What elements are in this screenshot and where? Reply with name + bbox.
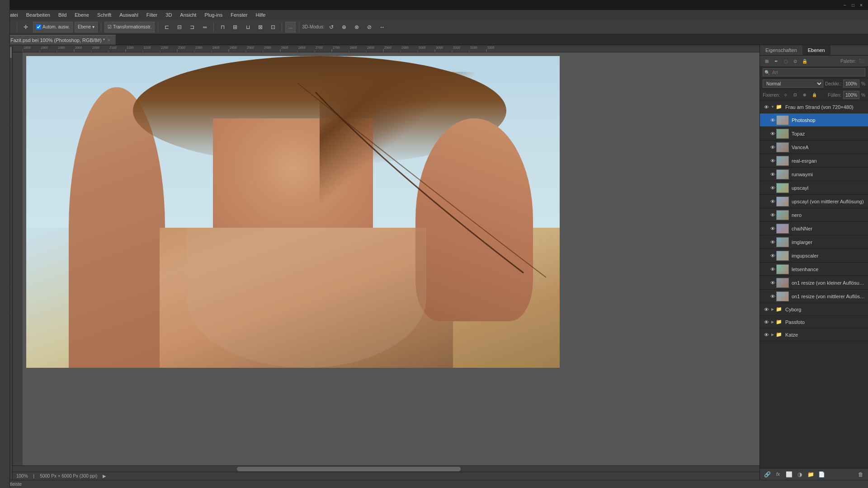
vis-imgupscaler[interactable]: 👁 — [769, 252, 776, 259]
vis-letsenhance[interactable]: 👁 — [769, 266, 776, 273]
layer-item-imgupscaler[interactable]: 👁 imgupscaler — [760, 249, 868, 263]
layer-group-passfoto[interactable]: 👁 ▶ 📁 Passfoto — [760, 316, 868, 328]
blend-mode-select[interactable]: Normal — [763, 80, 823, 88]
layer-search-input[interactable] — [763, 68, 865, 76]
layer-icon-1[interactable]: ⊞ — [763, 57, 771, 65]
layer-item-letsenhance[interactable]: 👁 letsenhance — [760, 263, 868, 276]
3d-zoom-icon[interactable]: ⊗ — [351, 22, 362, 33]
visibility-icon-frau[interactable]: 👁 — [763, 103, 770, 111]
layer-icon-2[interactable]: ✒ — [772, 57, 780, 65]
transform-btn[interactable]: ☑ Transformationsstr. — [104, 22, 155, 33]
vis-upscayl-mid[interactable]: 👁 — [769, 198, 776, 205]
adjustment-btn[interactable]: ◑ — [795, 470, 804, 479]
vis-on1-mid[interactable]: 👁 — [769, 293, 776, 300]
menu-plugins[interactable]: Plug-ins — [201, 11, 226, 19]
layer-item-photoshop[interactable]: 👁 Photoshop — [760, 113, 868, 127]
horizontal-scrollbar[interactable] — [13, 465, 760, 472]
palette-icon-1[interactable]: ⬛ — [857, 57, 865, 65]
close-button[interactable]: × — [858, 2, 864, 8]
layer-item-upscayl-mid[interactable]: 👁 upscayl (von mittlerer Auflösung) — [760, 195, 868, 208]
menu-fenster[interactable]: Fenster — [227, 11, 251, 19]
vis-katze[interactable]: 👁 — [763, 331, 770, 338]
expand-icon-frau[interactable]: ▼ — [770, 104, 775, 110]
fx-btn[interactable]: fx — [774, 470, 783, 479]
h-scroll-thumb[interactable] — [237, 467, 461, 471]
3d-move-icon[interactable]: ⊘ — [364, 22, 375, 33]
layer-item-real-esrgan[interactable]: 👁 real-esrgan — [760, 154, 868, 168]
move-tool-icon[interactable]: ✛ — [20, 22, 31, 33]
maximize-button[interactable]: □ — [850, 2, 856, 8]
vis-upscayl[interactable]: 👁 — [769, 184, 776, 192]
align-vcenter-icon[interactable]: ⊞ — [230, 22, 241, 33]
align-spacer-icon[interactable]: ═ — [199, 22, 210, 33]
align-distribute2-icon[interactable]: ⊡ — [268, 22, 278, 33]
menu-auswahl[interactable]: Auswahl — [116, 11, 142, 19]
align-top-icon[interactable]: ⊓ — [217, 22, 228, 33]
eigenschaften-tab[interactable]: Eigenschaften — [760, 45, 802, 55]
menu-schrift[interactable]: Schrift — [94, 11, 115, 19]
link-layers-btn[interactable]: 🔗 — [763, 470, 772, 479]
vis-cyborg[interactable]: 👁 — [763, 306, 770, 313]
menu-ebene[interactable]: Ebene — [71, 11, 93, 19]
layer-item-upscayl[interactable]: 👁 upscayl — [760, 181, 868, 195]
menu-filter[interactable]: Filter — [143, 11, 161, 19]
lock-artboard-icon[interactable]: ⊕ — [801, 91, 809, 99]
layer-item-on1-mid[interactable]: 👁 on1 resize (von mittlerer Auflösung) — [760, 290, 868, 303]
menu-ansicht[interactable]: Ansicht — [176, 11, 200, 19]
vis-runway[interactable]: 👁 — [769, 171, 776, 178]
delete-layer-btn[interactable]: 🗑 — [856, 470, 865, 479]
fill-input[interactable] — [843, 91, 859, 99]
layer-icon-5[interactable]: 🔒 — [801, 57, 809, 65]
new-layer-btn[interactable]: 📄 — [817, 470, 826, 479]
align-left-icon[interactable]: ⊏ — [161, 22, 172, 33]
3d-scale-icon[interactable]: ↔ — [377, 22, 387, 33]
expand-passfoto[interactable]: ▶ — [770, 319, 775, 325]
align-right-icon[interactable]: ⊐ — [187, 22, 198, 33]
canvas-scroll-area[interactable] — [23, 52, 760, 465]
new-group-btn[interactable]: 📁 — [806, 470, 815, 479]
document-tab[interactable]: Fazit.psd bei 100% (Photoshop, RGB/8#) *… — [5, 35, 116, 45]
status-arrow[interactable]: ▶ — [103, 474, 106, 479]
minimize-button[interactable]: − — [842, 2, 848, 8]
more-options-btn[interactable]: ... — [285, 22, 295, 33]
auto-select-check[interactable] — [36, 24, 41, 29]
expand-katze[interactable]: ▶ — [770, 332, 775, 338]
menu-bearbeiten[interactable]: Bearbeiten — [23, 11, 54, 19]
auto-select-btn[interactable]: Autom. ausw. — [33, 22, 73, 33]
vis-imglarger[interactable]: 👁 — [769, 239, 776, 246]
lock-position-icon[interactable]: ⊡ — [791, 91, 799, 99]
layer-item-imglarger[interactable]: 👁 imglarger — [760, 235, 868, 249]
ebenen-tab[interactable]: Ebenen — [802, 45, 830, 55]
layer-item-topaz[interactable]: 👁 Topaz — [760, 127, 868, 141]
align-distribute-icon[interactable]: ⊠ — [255, 22, 266, 33]
3d-rotate-icon[interactable]: ↺ — [326, 22, 337, 33]
menu-bild[interactable]: Bild — [55, 11, 70, 19]
vis-passfoto[interactable]: 👁 — [763, 319, 770, 326]
vis-topaz[interactable]: 👁 — [769, 130, 776, 137]
vis-chainner[interactable]: 👁 — [769, 225, 776, 232]
layer-group-frau[interactable]: 👁 ▼ 📁 Frau am Strand (von 720×480) — [760, 101, 868, 113]
layer-icon-3[interactable]: ◌ — [782, 57, 790, 65]
layer-icon-4[interactable]: ⊙ — [791, 57, 799, 65]
tab-close-icon[interactable]: × — [108, 38, 110, 42]
layer-item-vancea[interactable]: 👁 VanceA — [760, 141, 868, 154]
opacity-input[interactable] — [843, 80, 859, 88]
vis-vancea[interactable]: 👁 — [769, 144, 776, 151]
vis-photoshop[interactable]: 👁 — [769, 117, 776, 124]
expand-cyborg[interactable]: ▶ — [770, 307, 775, 312]
layer-item-runway[interactable]: 👁 runwaymi — [760, 168, 868, 181]
vis-on1-small[interactable]: 👁 — [769, 279, 776, 286]
vis-nero[interactable]: 👁 — [769, 211, 776, 219]
layer-item-chainner[interactable]: 👁 chaiNNer — [760, 222, 868, 235]
layer-group-katze[interactable]: 👁 ▶ 📁 Katze — [760, 328, 868, 341]
menu-hilfe[interactable]: Hilfe — [252, 11, 269, 19]
layer-item-on1-small[interactable]: 👁 on1 resize (von kleiner Auflösung) — [760, 276, 868, 290]
layer-group-cyborg[interactable]: 👁 ▶ 📁 Cyborg — [760, 303, 868, 316]
lock-all-icon[interactable]: 🔒 — [810, 91, 818, 99]
layer-select[interactable]: Ebene ▾ — [75, 22, 98, 33]
add-mask-btn[interactable]: ⬜ — [784, 470, 793, 479]
layer-item-nero[interactable]: 👁 nero — [760, 208, 868, 222]
lock-pixel-icon[interactable]: ⊹ — [782, 91, 790, 99]
3d-pan-icon[interactable]: ⊕ — [339, 22, 349, 33]
vis-real[interactable]: 👁 — [769, 157, 776, 164]
